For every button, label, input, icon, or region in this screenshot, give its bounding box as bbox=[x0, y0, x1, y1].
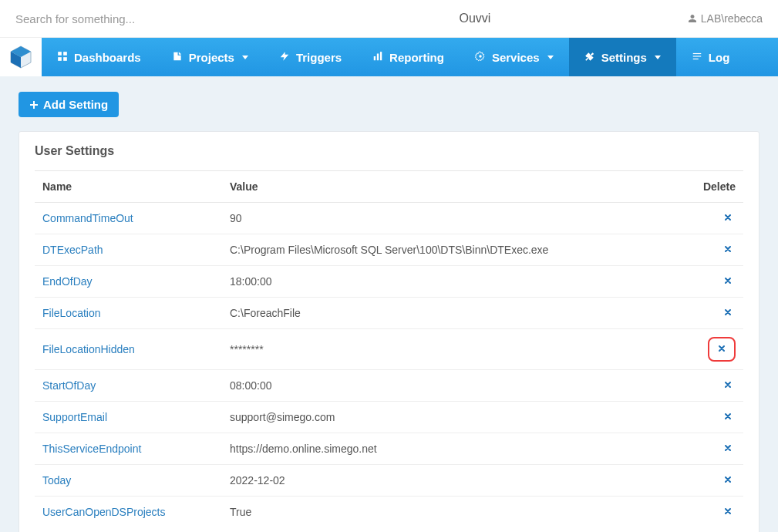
table-row: ThisServiceEndpointhttps://demo.online.s… bbox=[35, 433, 743, 465]
setting-name-link[interactable]: DTExecPath bbox=[42, 244, 103, 256]
app-title: Ouvvi bbox=[262, 12, 688, 25]
setting-name-link[interactable]: StartOfDay bbox=[42, 379, 96, 392]
setting-value: https://demo.online.simego.net bbox=[222, 433, 693, 465]
delete-button[interactable] bbox=[720, 409, 736, 425]
svg-rect-5 bbox=[58, 57, 62, 61]
setting-value: 18:00:00 bbox=[222, 266, 693, 298]
reporting-icon bbox=[372, 51, 383, 64]
setting-value: ******** bbox=[222, 329, 693, 370]
nav-item-projects[interactable]: Projects bbox=[157, 38, 264, 76]
nav-item-label: Log bbox=[709, 51, 730, 64]
svg-marker-7 bbox=[281, 52, 289, 61]
nav-item-label: Services bbox=[492, 51, 540, 64]
setting-name-link[interactable]: CommandTimeOut bbox=[42, 212, 133, 224]
delete-button[interactable] bbox=[720, 305, 736, 321]
nav-item-label: Projects bbox=[189, 51, 234, 64]
svg-rect-3 bbox=[58, 52, 62, 56]
svg-point-11 bbox=[479, 55, 482, 58]
svg-rect-9 bbox=[377, 53, 379, 60]
header-name: Name bbox=[35, 171, 222, 203]
x-icon bbox=[723, 411, 733, 423]
header-delete: Delete bbox=[693, 171, 743, 203]
setting-value: C:\Program Files\Microsoft SQL Server\10… bbox=[222, 234, 693, 266]
setting-value: C:\ForeachFile bbox=[222, 298, 693, 329]
delete-button[interactable] bbox=[720, 378, 736, 393]
delete-button[interactable] bbox=[720, 242, 736, 258]
x-icon bbox=[717, 343, 726, 355]
highlight-ring bbox=[708, 337, 736, 362]
caret-down-icon bbox=[655, 56, 661, 59]
x-icon bbox=[723, 443, 733, 455]
nav-item-triggers[interactable]: Triggers bbox=[264, 38, 357, 76]
table-row: SupportEmailsupport@simego.com bbox=[35, 402, 743, 433]
table-row: EndOfDay18:00:00 bbox=[35, 266, 743, 298]
table-row: FileLocationC:\ForeachFile bbox=[35, 298, 743, 329]
main-nav: DashboardsProjectsTriggersReportingServi… bbox=[0, 38, 778, 76]
caret-down-icon bbox=[242, 56, 248, 59]
services-icon bbox=[475, 51, 486, 64]
settings-table: Name Value Delete CommandTimeOut90DTExec… bbox=[35, 170, 743, 527]
setting-value: 90 bbox=[222, 203, 693, 234]
x-icon bbox=[723, 307, 733, 319]
settings-icon bbox=[584, 51, 595, 64]
delete-button[interactable] bbox=[720, 274, 736, 289]
svg-rect-13 bbox=[693, 56, 702, 56]
setting-name-link[interactable]: SupportEmail bbox=[42, 411, 107, 423]
user-icon bbox=[688, 14, 697, 23]
svg-rect-8 bbox=[374, 56, 376, 60]
search-input[interactable] bbox=[15, 12, 262, 25]
setting-name-link[interactable]: ThisServiceEndpoint bbox=[42, 443, 141, 455]
nav-item-label: Reporting bbox=[389, 51, 444, 64]
nav-item-settings[interactable]: Settings bbox=[569, 38, 676, 76]
nav-item-dashboards[interactable]: Dashboards bbox=[42, 38, 157, 76]
app-logo[interactable] bbox=[0, 38, 42, 76]
table-row: DTExecPathC:\Program Files\Microsoft SQL… bbox=[35, 234, 743, 266]
svg-rect-4 bbox=[63, 52, 67, 56]
svg-rect-14 bbox=[693, 58, 699, 59]
table-row: UserCanOpenDSProjectsTrue bbox=[35, 497, 743, 528]
nav-item-label: Dashboards bbox=[74, 51, 141, 64]
delete-button[interactable] bbox=[720, 210, 736, 226]
svg-rect-6 bbox=[63, 57, 67, 61]
setting-value: 2022-12-02 bbox=[222, 465, 693, 497]
header-value: Value bbox=[222, 171, 693, 203]
table-row: StartOfDay08:00:00 bbox=[35, 370, 743, 402]
setting-name-link[interactable]: Today bbox=[42, 474, 71, 487]
delete-button[interactable] bbox=[720, 441, 736, 456]
panel-title: User Settings bbox=[35, 144, 743, 158]
dashboards-icon bbox=[57, 51, 68, 64]
x-icon bbox=[723, 474, 733, 487]
add-setting-button[interactable]: Add Setting bbox=[19, 92, 119, 117]
setting-value: 08:00:00 bbox=[222, 370, 693, 402]
nav-item-reporting[interactable]: Reporting bbox=[357, 38, 460, 76]
logo-icon bbox=[8, 45, 33, 69]
log-icon bbox=[692, 51, 702, 64]
x-icon bbox=[723, 244, 733, 256]
add-setting-label: Add Setting bbox=[43, 98, 108, 111]
setting-name-link[interactable]: UserCanOpenDSProjects bbox=[42, 506, 166, 518]
delete-button[interactable] bbox=[720, 473, 736, 488]
delete-button[interactable] bbox=[720, 504, 736, 520]
setting-name-link[interactable]: FileLocation bbox=[42, 307, 101, 319]
nav-item-services[interactable]: Services bbox=[460, 38, 569, 76]
x-icon bbox=[723, 506, 733, 518]
x-icon bbox=[723, 275, 733, 288]
svg-rect-12 bbox=[693, 52, 702, 53]
caret-down-icon bbox=[547, 56, 554, 59]
settings-panel: User Settings Name Value Delete CommandT… bbox=[19, 131, 759, 532]
user-info[interactable]: LAB\rebecca bbox=[688, 12, 763, 25]
x-icon bbox=[723, 379, 733, 392]
svg-rect-10 bbox=[380, 52, 382, 60]
nav-item-log[interactable]: Log bbox=[676, 38, 746, 76]
page-body: Add Setting User Settings Name Value Del… bbox=[0, 76, 778, 532]
delete-button[interactable] bbox=[714, 342, 729, 357]
search-wrapper bbox=[15, 12, 262, 25]
setting-name-link[interactable]: EndOfDay bbox=[42, 275, 93, 288]
projects-icon bbox=[172, 51, 183, 64]
setting-value: True bbox=[222, 497, 693, 528]
setting-name-link[interactable]: FileLocationHidden bbox=[42, 343, 135, 355]
table-row: FileLocationHidden******** bbox=[35, 329, 743, 370]
top-bar: Ouvvi LAB\rebecca bbox=[0, 0, 778, 38]
nav-item-label: Settings bbox=[601, 51, 647, 64]
table-header-row: Name Value Delete bbox=[35, 171, 743, 203]
